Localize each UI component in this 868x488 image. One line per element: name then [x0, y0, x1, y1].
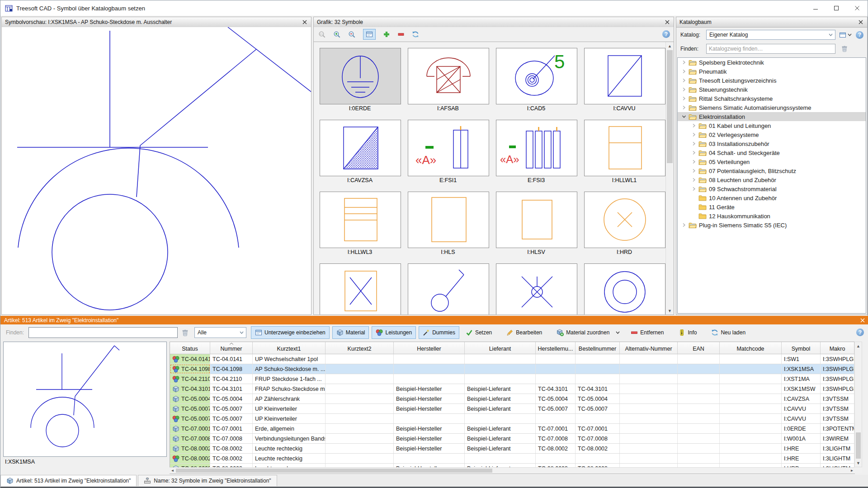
symbol-item-i-afsab[interactable]: I:AFSAB — [408, 48, 488, 113]
symbol-item-i-hrd[interactable]: I:HRD — [584, 192, 665, 256]
column-header-makro[interactable]: Makro — [821, 342, 854, 354]
cell-symbol[interactable]: I:SW1 — [782, 354, 821, 364]
cell-alternativ_nummer[interactable] — [620, 384, 678, 394]
cell-kurztext1[interactable]: FRAP Schuko-Steckdose m. ... — [253, 384, 326, 394]
close-icon[interactable] — [858, 19, 864, 25]
cell-lieferant[interactable]: Beispiel-Lieferant — [465, 434, 536, 443]
cell-alternativ_nummer[interactable] — [620, 454, 678, 463]
tree-item-rittal-schaltschranksysteme[interactable]: Rittal Schaltschranksysteme — [678, 94, 866, 103]
cell-status[interactable]: TC-04.0141 — [170, 354, 210, 364]
cell-lieferant[interactable]: Beispiel-Lieferant — [465, 384, 536, 394]
cell-kurztext2[interactable] — [326, 424, 394, 433]
cell-symbol[interactable]: I:HRE — [782, 454, 821, 463]
cell-kurztext1[interactable]: UP Kleinverteiler — [253, 404, 326, 413]
view-mode-button[interactable] — [363, 29, 376, 40]
cell-kurztext2[interactable] — [326, 454, 394, 463]
cell-hersteller[interactable] — [394, 364, 465, 374]
tree-item-08-leuchten-und-zubeh-r[interactable]: 08 Leuchten und Zubehör — [678, 175, 866, 184]
cell-alternativ_nummer[interactable] — [620, 414, 678, 423]
column-header-alternativ-nummer[interactable]: Alternativ-Nummer — [620, 342, 678, 354]
symbol-item-i-0erde[interactable]: I:0ERDE — [320, 48, 400, 113]
maximize-button[interactable] — [826, 0, 847, 16]
x_circle-symbol-icon[interactable] — [496, 263, 577, 314]
cell-status[interactable]: TC-08.0002 — [170, 454, 210, 463]
cell-kurztext2[interactable] — [326, 414, 394, 423]
cell-herstellernummer[interactable] — [536, 364, 576, 374]
afsab-symbol-icon[interactable] — [408, 48, 489, 104]
symbol-item-i-cavzsa[interactable]: I:CAVZSA — [320, 120, 400, 184]
cell-hersteller[interactable]: Beispiel-Hersteller — [394, 384, 465, 394]
tree-item-spelsberg-elektrotechnik[interactable]: Spelsberg Elektrotechnik — [678, 58, 866, 67]
sq_x-symbol-icon[interactable] — [320, 263, 401, 314]
cell-kurztext1[interactable]: FRUP Steckdose 1-fach ... — [253, 374, 326, 384]
table-row[interactable]: TC-04.3101TC-04.3101FRAP Schuko-Steckdos… — [170, 384, 854, 394]
cell-nummer[interactable]: TC-05.0007 — [210, 404, 253, 413]
artikel-search-input[interactable] — [28, 327, 178, 338]
cell-herstellernummer[interactable]: TC-04.3101 — [536, 384, 576, 394]
cell-ean[interactable] — [678, 434, 720, 443]
cell-makro[interactable]: I:3SWHPLGM — [821, 364, 854, 374]
cell-status[interactable]: TC-07.0008 — [170, 434, 210, 443]
cell-herstellernummer[interactable] — [536, 414, 576, 423]
table-row[interactable]: TC-05.0007TC-05.0007UP KleinverteilerI:C… — [170, 414, 854, 424]
cell-herstellernummer[interactable]: TC-05.0007 — [536, 404, 576, 413]
table-hscrollbar[interactable]: ◄ ► — [170, 467, 855, 474]
cell-matchcode[interactable] — [720, 384, 782, 394]
help-icon[interactable]: ? — [856, 31, 863, 39]
katalog-view-split-button[interactable] — [839, 31, 852, 38]
cell-kurztext1[interactable]: AP Schuko-Steckdose m. ... — [253, 364, 326, 374]
refresh-icon[interactable] — [412, 31, 419, 38]
scroll-left-icon[interactable]: ◄ — [170, 468, 175, 474]
cell-hersteller[interactable] — [394, 454, 465, 463]
cell-kurztext2[interactable] — [326, 364, 394, 374]
close-icon[interactable] — [664, 19, 670, 25]
trash-icon[interactable] — [841, 45, 848, 52]
cell-herstellernummer[interactable] — [536, 374, 576, 384]
symbol-item-item[interactable] — [584, 263, 665, 314]
cell-makro[interactable]: I:3SWHPLGM — [821, 384, 854, 394]
rings-symbol-icon[interactable] — [584, 263, 665, 314]
cell-bestellnummer[interactable]: TC-04.3101 — [576, 384, 620, 394]
table-row[interactable]: TC-07.0001TC-07.0001Erde, allgemeinBeisp… — [170, 424, 854, 434]
cell-bestellnummer[interactable]: TC-05.0004 — [576, 394, 620, 404]
info-button[interactable]: Info — [675, 327, 700, 338]
cell-alternativ_nummer[interactable] — [620, 364, 678, 374]
hls-symbol-icon[interactable] — [408, 192, 489, 248]
dummies-button[interactable]: Dummies — [419, 326, 459, 339]
cell-alternativ_nummer[interactable] — [620, 424, 678, 433]
cell-ean[interactable] — [678, 374, 720, 384]
zoom-original-icon[interactable]: 1:1 — [318, 31, 326, 38]
tree-item-plug-in-siemens-simatic-s5-iec[interactable]: Plug-in Siemens Simatic S5 (IEC) — [678, 221, 866, 230]
filter-select[interactable]: Alle — [194, 327, 246, 338]
symbol-item-item[interactable] — [320, 263, 400, 314]
tree-item-siemens-simatic-automatisierungssysteme[interactable]: Siemens Simatic Automatisierungssysteme — [678, 103, 866, 112]
cell-bestellnummer[interactable] — [576, 364, 620, 374]
cell-bestellnummer[interactable]: TC-07.0008 — [576, 434, 620, 443]
cell-makro[interactable]: I:3VTSSM — [821, 414, 854, 423]
column-header-lieferant[interactable]: Lieferant — [465, 342, 536, 354]
cell-ean[interactable] — [678, 404, 720, 413]
column-header-nummer[interactable]: Nummer — [210, 342, 253, 354]
cell-symbol[interactable]: I:0ERDE — [782, 424, 821, 433]
column-header-kurztext1[interactable]: Kurztext1 — [253, 342, 326, 354]
cell-makro[interactable]: I:3SWHPLGM — [821, 354, 854, 364]
cell-lieferant[interactable]: Beispiel-Lieferant — [465, 424, 536, 433]
cell-symbol[interactable]: I:XSK1MSW — [782, 384, 821, 394]
symbol-item-i-cad5[interactable]: 5I:CAD5 — [496, 48, 576, 113]
leistungen-button[interactable]: Leistungen — [372, 326, 416, 339]
cell-nummer[interactable]: TC-04.0141 — [210, 354, 253, 364]
tree-item-elektroinstallation[interactable]: Elektroinstallation — [678, 112, 866, 121]
cell-nummer[interactable]: TC-07.0001 — [210, 424, 253, 433]
cell-kurztext2[interactable] — [326, 444, 394, 453]
cell-hersteller[interactable] — [394, 414, 465, 423]
column-header-kurztext2[interactable]: Kurztext2 — [326, 342, 394, 354]
symbol-item-i-hllwl3[interactable]: I:HLLWL3 — [320, 192, 400, 256]
cell-symbol[interactable]: I:XST1MA — [782, 374, 821, 384]
minimize-button[interactable] — [805, 0, 826, 16]
cell-lieferant[interactable]: Beispiel-Lieferant — [465, 444, 536, 453]
close-icon[interactable] — [860, 318, 865, 323]
cell-matchcode[interactable] — [720, 364, 782, 374]
remove-icon[interactable] — [397, 31, 405, 38]
tree-item-treesoft-leistungsverzeichnis[interactable]: Treesoft Leistungsverzeichnis — [678, 76, 866, 85]
cell-lieferant[interactable]: Beispiel-Lieferant — [465, 404, 536, 413]
